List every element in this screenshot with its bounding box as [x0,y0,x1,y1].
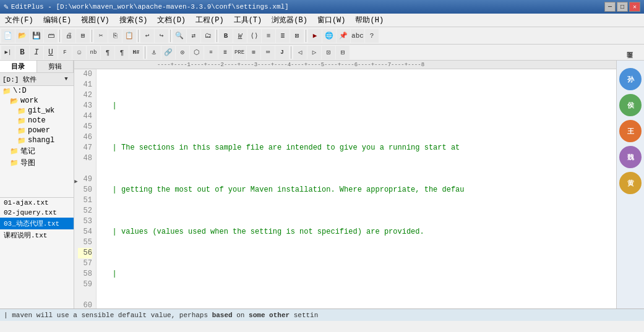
menu-project[interactable]: 工程(P) [191,14,229,27]
menu-document[interactable]: 文档(D) [152,14,191,27]
tree-item-label: shangl [28,136,54,145]
linenum-57: 57 [78,258,92,269]
tree-item-notes[interactable]: 📁 笔记 [0,145,74,157]
avatar-wang[interactable]: 王 [619,120,642,142]
para-button[interactable]: ¶ [101,46,114,59]
menu-browser[interactable]: 浏览器(B) [267,14,312,27]
tree-item-label: 导图 [20,158,35,168]
heading-button[interactable]: H# [129,46,143,59]
cut-button[interactable]: ✂ [94,29,108,43]
sidebar-tabs: 目录 剪辑 [0,61,74,73]
bold-button[interactable]: B [219,29,233,43]
wordwrap-button[interactable]: W [233,29,247,43]
menu-window[interactable]: 窗口(W) [312,14,351,27]
paste-button[interactable]: 📋 [122,29,136,43]
copy-button[interactable]: ⎘ [108,29,122,43]
clip-button[interactable]: 📌 [337,29,350,43]
extras2-button[interactable]: ▷ [307,46,321,59]
maximize-button[interactable]: □ [617,2,628,12]
menu-file[interactable]: 文件(F) [0,14,38,27]
tab-clips[interactable]: 剪辑 [37,61,74,72]
menu-edit[interactable]: 编辑(E) [38,14,77,27]
nb-button[interactable]: nb [87,46,100,59]
status-bar: | maven will use a sensible default valu… [0,309,644,321]
pilcrow-button[interactable]: ¶ [115,46,129,59]
code-line-41: | The sections in this sample file are i… [99,143,616,153]
align-center-button[interactable]: ≡ [204,46,218,59]
extras4-button[interactable]: ⊟ [336,46,350,59]
menu-help[interactable]: 帮助(H) [350,14,389,27]
drive-label: [D:] 软件 [2,75,61,84]
avatar-huang[interactable]: 黄 [619,172,642,194]
drive-dropdown[interactable]: ▼ [61,74,71,84]
linenum-60: 60 [78,300,92,309]
tree-item-shangl[interactable]: 📁 shangl [0,135,74,145]
help-btn2[interactable]: ? [365,29,379,43]
find-files-button[interactable]: 🗂 [201,29,215,43]
js-button[interactable]: J [275,46,289,59]
expand-button[interactable]: ▶ [74,177,80,185]
underline-button[interactable]: U [44,46,58,59]
align-right-button[interactable]: ≣ [218,46,232,59]
code-button[interactable]: ⌨ [261,46,275,59]
run-button[interactable]: ▶ [308,29,322,43]
tree-item-gitwk[interactable]: 📁 git_wk [0,106,74,116]
linenum-53: 53 [78,216,92,227]
open-button[interactable]: 📂 [15,29,29,43]
save-button[interactable]: 💾 [30,29,43,43]
main-layout: 目录 剪辑 [D:] 软件 ▼ 📁 \:D 📂 work 📁 git_ [0,61,644,309]
indent-button[interactable]: ▶| [1,46,15,59]
toolbar-extra2[interactable]: ⊠ [290,29,304,43]
tree-item-d[interactable]: 📁 \:D [0,86,74,96]
font-button[interactable]: F [58,46,72,59]
undo-button[interactable]: ↩ [140,29,154,43]
avatar-hou[interactable]: 侯 [619,94,642,116]
tree-item-note[interactable]: 📁 note [0,116,74,126]
extras1-button[interactable]: ◁ [293,46,307,59]
table-button[interactable]: ⊞ [247,46,260,59]
code-container[interactable]: 40 41 42 43 44 45 46 47 48 49 50 51 52 5… [74,69,616,309]
spell-button[interactable]: abc [351,29,364,43]
file-item-course[interactable]: 课程说明.txt [0,229,74,241]
tree-item-power[interactable]: 📁 power [0,126,74,135]
replace-button[interactable]: ⇄ [187,29,200,43]
bullet-button[interactable]: ⊙ [176,46,189,59]
menu-tools[interactable]: 工具(T) [229,14,267,27]
tree-item-work[interactable]: 📂 work [0,96,74,106]
code-content[interactable]: | | The sections in this sample file are… [97,69,616,309]
find-button[interactable]: 🔍 [173,29,186,43]
align-left-button[interactable]: ⬡ [190,46,204,59]
format-button[interactable]: ⟨⟩ [247,29,261,43]
extras3-button[interactable]: ⊡ [322,46,335,59]
italic-button[interactable]: I [30,46,43,59]
folder-icon-note: 📁 [17,117,26,125]
toolbar-extra1[interactable]: ≣ [276,29,290,43]
link-button[interactable]: 🔗 [161,46,175,59]
folder-icon: 📁 [2,87,11,95]
file-item-proxy[interactable]: 03_动态代理.txt [0,218,74,229]
syntax-button[interactable]: ≡ [262,29,275,43]
bold-text-button[interactable]: B [15,46,29,59]
redo-button[interactable]: ↪ [155,29,168,43]
folder-icon-git: 📁 [17,107,26,115]
new-button[interactable]: 📄 [1,29,15,43]
right-panel: 连麦互动 孙 侯 王 魏 黄 [616,61,644,309]
tab-directory[interactable]: 目录 [0,61,37,72]
browser-button[interactable]: 🌐 [322,29,336,43]
minimize-button[interactable]: ─ [604,2,616,12]
linenum-59b [78,290,92,300]
close-button[interactable]: ✕ [629,2,640,12]
file-item-ajax[interactable]: 01-ajax.txt [0,198,74,208]
menu-view[interactable]: 视图(V) [76,14,114,27]
separator-4 [170,30,171,42]
save-all-button[interactable]: 🗃 [44,29,58,43]
avatar-wei[interactable]: 魏 [619,146,642,168]
toolbar-format: ▶| B I U F ☺ nb ¶ ¶ H# ⚓ 🔗 ⊙ ⬡ ≡ ≣ PRE ⊞… [0,45,644,61]
pre-button[interactable]: PRE [233,46,246,59]
file-item-jquery[interactable]: 02-jquery.txt [0,208,74,218]
avatar-sun[interactable]: 孙 [619,68,642,90]
tree-item-mindmap[interactable]: 📁 导图 [0,157,74,169]
menu-search[interactable]: 搜索(S) [114,14,153,27]
app-icon: ✎ [4,2,9,12]
anchor-button[interactable]: ⚓ [147,46,161,59]
